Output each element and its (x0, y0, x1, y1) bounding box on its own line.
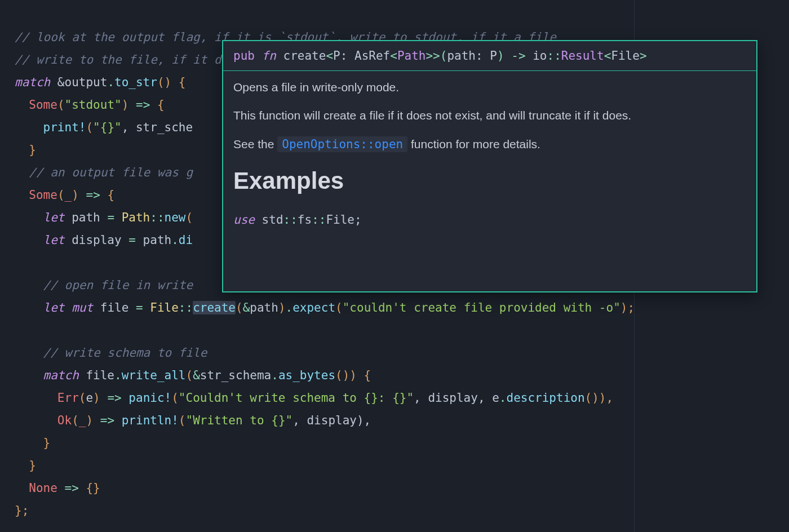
code-brace: } (29, 143, 36, 157)
code-ident: e (86, 391, 93, 405)
sig-pub: pub (233, 49, 262, 63)
hover-codeblock: use std::fs::File; (233, 209, 746, 231)
sig-colon: : (476, 49, 490, 63)
sig-typeparam: P (490, 49, 497, 63)
code-paren: ( (179, 414, 186, 427)
code-ident: output (65, 76, 108, 89)
code-ident: path (65, 211, 108, 224)
code-keyword: match (15, 76, 50, 89)
code-ident: file (79, 369, 114, 382)
code-keyword: let (43, 301, 65, 314)
code-paren: ( (236, 301, 243, 314)
sig-dcolon: :: (547, 49, 561, 63)
code-keyword: mut (65, 301, 94, 314)
hover-doc-popup[interactable]: pub fn create<P: AsRef<Path>>(path: P) -… (222, 40, 757, 292)
code-brace: } (43, 436, 51, 450)
sig-name: create (276, 49, 326, 63)
hover-signature: pub fn create<P: AsRef<Path>>(path: P) -… (223, 41, 756, 71)
hover-body[interactable]: Opens a file in write-only mode. This fu… (223, 71, 756, 231)
codeblock-path: File; (326, 213, 361, 227)
code-paren: ( (72, 414, 79, 427)
code-macro: panic! (128, 391, 171, 405)
code-arrow: => (93, 414, 122, 427)
sig-angle: < (390, 49, 397, 63)
hover-paragraph: Opens a file in write-only mode. (233, 79, 746, 96)
code-paren: ( (57, 98, 65, 112)
code-ident: e (492, 391, 499, 405)
code-ident: str_sche (136, 121, 193, 134)
code-paren: ()), (585, 391, 614, 405)
code-arrow: => (79, 188, 108, 202)
code-call-highlighted[interactable]: create (193, 301, 236, 314)
hover-paragraph: See the OpenOptions::open function for m… (233, 136, 746, 153)
code-comment: // open file in write (43, 278, 193, 292)
sig-angle: > (425, 49, 433, 63)
code-type: Path (114, 211, 150, 224)
code-keyword: let (43, 233, 65, 247)
code-paren: ( (79, 391, 86, 405)
codeblock-path: fs (298, 213, 312, 227)
code-enum: None (29, 481, 57, 495)
code-string: "{}" (93, 121, 122, 134)
code-dcolon: :: (150, 211, 164, 224)
code-keyword: let (43, 211, 65, 224)
hover-paragraph: This function will create a file if it d… (233, 107, 746, 124)
code-type: File (143, 301, 179, 314)
sig-paren: ( (440, 49, 447, 63)
sig-fn: fn (262, 49, 276, 63)
code-string: "couldn't create file provided with -o" (343, 301, 620, 314)
code-string: "Written to {}" (186, 414, 293, 427)
code-punc: . (114, 369, 122, 382)
codeblock-dcolon: :: (283, 213, 298, 227)
sig-trait: AsRef (354, 49, 390, 63)
sig-colon: : (340, 49, 354, 63)
code-comment: // an output file was g (29, 166, 193, 179)
code-ident: file (93, 301, 136, 314)
code-paren: ) (278, 301, 286, 314)
code-paren: ) (86, 414, 93, 427)
code-paren: ) (72, 188, 79, 202)
code-paren: ( (185, 369, 193, 382)
code-method: as_bytes (278, 369, 335, 382)
sig-module: io (533, 49, 547, 63)
code-macro: print! (43, 121, 86, 134)
code-paren: ( (86, 121, 93, 134)
code-brace: } (29, 459, 36, 472)
sig-arrow: -> (504, 49, 533, 63)
code-punc: . (286, 301, 293, 314)
sig-paren: ) (497, 49, 504, 63)
hover-heading: Examples (233, 164, 746, 198)
sig-type: Path (397, 49, 426, 63)
codeblock-dcolon: :: (312, 213, 326, 227)
code-string: "Couldn't write schema to {}: {}" (179, 391, 414, 405)
sig-type: File (611, 49, 640, 63)
code-paren: ( (57, 188, 65, 202)
hover-text: See the (233, 138, 277, 150)
code-op: = (107, 211, 114, 224)
code-string: "stdout" (65, 98, 122, 112)
code-ident: display (65, 233, 129, 247)
code-underscore: _ (65, 188, 72, 202)
code-text: , display, (414, 391, 492, 405)
code-paren: () { (157, 76, 186, 89)
code-method: expect (292, 301, 335, 314)
code-brace: {} (86, 481, 100, 495)
sig-typeparam: P (333, 49, 340, 63)
hover-inline-code-link[interactable]: OpenOptions::open (277, 136, 407, 152)
code-underscore: _ (79, 414, 86, 427)
code-paren: ) (93, 391, 100, 405)
sig-type: Result (561, 49, 604, 63)
code-arrow: => (57, 481, 86, 495)
code-op: = (128, 233, 136, 247)
code-enum: Err (57, 391, 79, 405)
code-punc: . (271, 369, 278, 382)
code-dcolon: :: (179, 301, 193, 314)
code-enum: Some (29, 98, 57, 112)
code-punc: . (107, 76, 114, 89)
code-op: = (136, 301, 143, 314)
code-ident: path (250, 301, 278, 314)
code-punc: . (499, 391, 507, 405)
codeblock-path: std (262, 213, 283, 227)
code-method: to_str (114, 76, 157, 89)
code-method: di (179, 233, 193, 247)
